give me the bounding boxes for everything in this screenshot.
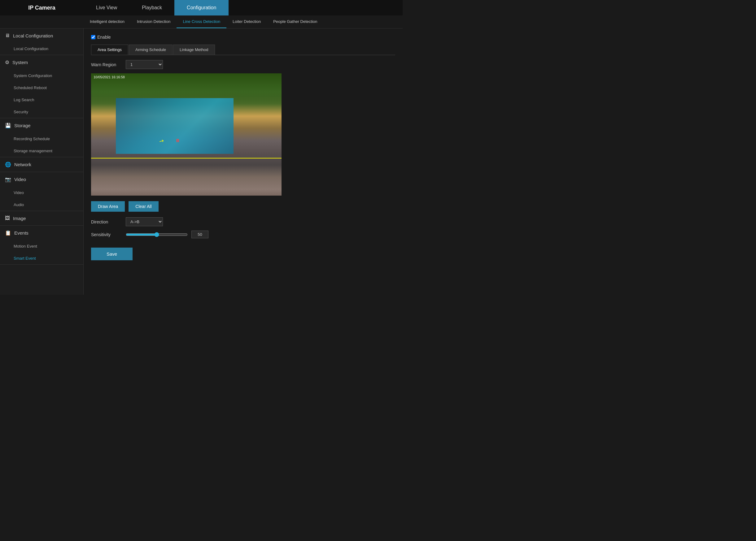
tab-playback[interactable]: Playback [129, 0, 174, 15]
sidebar-item-network[interactable]: Network [0, 157, 83, 172]
sensitivity-row: Sensitivity [91, 231, 395, 238]
sidebar-sub-video[interactable]: Video [0, 187, 83, 199]
sensitivity-value-input[interactable] [191, 231, 208, 238]
sidebar-item-video[interactable]: Video [0, 172, 83, 187]
main-content: Enable Area Settings Arming Schedule Lin… [84, 28, 403, 294]
camera-timestamp: 10/05/2021 16:16:58 [94, 75, 125, 79]
pool-visual [116, 98, 234, 154]
sidebar-item-storage[interactable]: Storage [0, 118, 83, 133]
save-row: Save [91, 242, 395, 260]
sub-tab-people-gather-detection[interactable]: People Gather Detection [267, 15, 323, 28]
sensitivity-slider[interactable] [126, 232, 188, 237]
app-title: IP Camera [0, 5, 84, 11]
save-button[interactable]: Save [91, 248, 133, 260]
video-icon [5, 177, 11, 182]
camera-feed: ↗ B 10/05/2021 16:16:58 [91, 73, 282, 196]
enable-row: Enable [91, 35, 395, 40]
direction-label: Direction [91, 220, 122, 225]
sidebar-sub-security[interactable]: Security [0, 106, 83, 118]
inner-tab-arming-schedule[interactable]: Arming Schedule [129, 45, 173, 55]
sidebar-item-events[interactable]: Events [0, 226, 83, 240]
action-buttons-row: Draw Area Clear All [91, 201, 395, 212]
direction-row: Direction A->B B->A A<->B [91, 217, 395, 226]
sub-tabs: Intelligent detection Intrusion Detectio… [0, 15, 403, 28]
draw-area-button[interactable]: Draw Area [91, 201, 125, 212]
detection-label-b: B [176, 138, 179, 143]
warn-region-label: Warn Region [91, 62, 122, 67]
direction-select[interactable]: A->B B->A A<->B [126, 217, 163, 226]
sidebar-item-system[interactable]: System [0, 55, 83, 70]
sensitivity-slider-container [126, 232, 188, 238]
sidebar-section-network: Network [0, 157, 83, 172]
network-icon [5, 162, 11, 168]
sidebar-sub-recording-schedule[interactable]: Recording Schedule [0, 133, 83, 145]
inner-tabs: Area Settings Arming Schedule Linkage Me… [91, 45, 395, 55]
sub-tab-line-cross-detection[interactable]: Line Cross Detection [177, 15, 226, 28]
sidebar-section-events: Events Motion Event Smart Event [0, 226, 83, 265]
sidebar-item-local-configuration[interactable]: Local Configuration [0, 28, 83, 43]
sub-tab-intelligent-detection[interactable]: Intelligent detection [84, 15, 131, 28]
sidebar-sub-scheduled-reboot[interactable]: Scheduled Reboot [0, 82, 83, 94]
warn-region-row: Warn Region 1 2 3 4 [91, 60, 395, 69]
sidebar-sub-log-search[interactable]: Log Search [0, 94, 83, 106]
enable-checkbox[interactable] [91, 35, 95, 39]
sidebar-sub-storage-management[interactable]: Storage management [0, 145, 83, 157]
sub-tab-intrusion-detection[interactable]: Intrusion Detection [131, 15, 177, 28]
sidebar-item-image[interactable]: Image [0, 211, 83, 225]
top-tabs: Live View Playback Configuration [84, 0, 403, 15]
sidebar-sub-system-configuration[interactable]: System Configuration [0, 70, 83, 82]
sidebar-section-system: System System Configuration Scheduled Re… [0, 55, 83, 118]
monitor-icon [5, 33, 10, 38]
inner-tab-area-settings[interactable]: Area Settings [91, 45, 128, 55]
image-icon [5, 216, 10, 221]
storage-icon [5, 123, 11, 129]
sidebar-sub-local-configuration[interactable]: Local Configuration [0, 43, 83, 55]
sidebar-sub-motion-event[interactable]: Motion Event [0, 240, 83, 252]
sensitivity-label: Sensitivity [91, 232, 122, 237]
tab-configuration[interactable]: Configuration [174, 0, 229, 15]
sidebar-section-local-config: Local Configuration Local Configuration [0, 28, 83, 55]
inner-tab-linkage-method[interactable]: Linkage Method [173, 45, 215, 55]
events-icon [5, 230, 11, 236]
enable-label: Enable [97, 35, 111, 40]
sidebar-section-storage: Storage Recording Schedule Storage manag… [0, 118, 83, 157]
warn-region-select[interactable]: 1 2 3 4 [126, 60, 163, 69]
detection-line [91, 158, 282, 159]
top-header: IP Camera Live View Playback Configurati… [0, 0, 403, 15]
sidebar-sub-audio[interactable]: Audio [0, 199, 83, 211]
sub-tab-loiter-detection[interactable]: Loiter Detection [226, 15, 267, 28]
main-layout: Local Configuration Local Configuration … [0, 28, 403, 294]
sidebar-sub-smart-event[interactable]: Smart Event [0, 252, 83, 264]
sidebar-section-image: Image [0, 211, 83, 226]
system-icon [5, 59, 9, 65]
sidebar-section-video: Video Video Audio [0, 172, 83, 211]
tab-live-view[interactable]: Live View [84, 0, 129, 15]
clear-all-button[interactable]: Clear All [129, 201, 158, 212]
sidebar: Local Configuration Local Configuration … [0, 28, 84, 294]
